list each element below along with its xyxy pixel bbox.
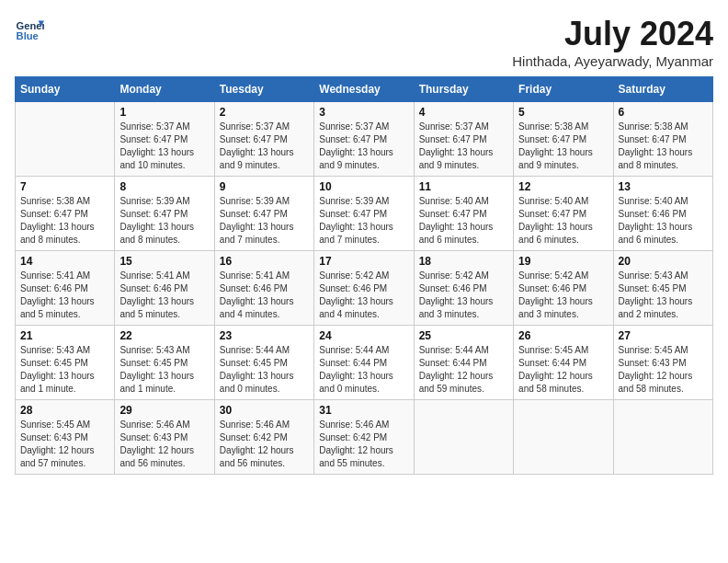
day-number: 17 — [319, 255, 408, 268]
weekday-header-row: SundayMondayTuesdayWednesdayThursdayFrid… — [16, 77, 713, 102]
day-number: 29 — [119, 404, 209, 417]
calendar-week-4: 21Sunrise: 5:43 AM Sunset: 6:45 PM Dayli… — [16, 326, 713, 400]
day-number: 31 — [319, 404, 408, 417]
day-info: Sunrise: 5:38 AM Sunset: 6:47 PM Dayligh… — [20, 195, 109, 247]
calendar-cell: 31Sunrise: 5:46 AM Sunset: 6:42 PM Dayli… — [314, 400, 414, 475]
day-number: 26 — [518, 329, 608, 342]
day-info: Sunrise: 5:39 AM Sunset: 6:47 PM Dayligh… — [119, 195, 209, 247]
day-number: 21 — [20, 329, 109, 342]
calendar-cell: 4Sunrise: 5:37 AM Sunset: 6:47 PM Daylig… — [414, 102, 513, 177]
day-info: Sunrise: 5:43 AM Sunset: 6:45 PM Dayligh… — [119, 344, 209, 396]
logo-icon: General Blue — [15, 15, 44, 44]
calendar-cell: 23Sunrise: 5:44 AM Sunset: 6:45 PM Dayli… — [214, 326, 313, 400]
svg-text:Blue: Blue — [17, 30, 39, 41]
logo: General Blue — [15, 15, 44, 44]
calendar-cell: 16Sunrise: 5:41 AM Sunset: 6:46 PM Dayli… — [214, 251, 313, 326]
day-info: Sunrise: 5:40 AM Sunset: 6:47 PM Dayligh… — [518, 195, 608, 247]
month-title: July 2024 — [512, 15, 713, 53]
weekday-monday: Monday — [115, 77, 214, 102]
calendar-cell: 5Sunrise: 5:38 AM Sunset: 6:47 PM Daylig… — [514, 102, 613, 177]
day-info: Sunrise: 5:44 AM Sunset: 6:44 PM Dayligh… — [419, 344, 508, 396]
day-number: 8 — [119, 180, 209, 193]
day-info: Sunrise: 5:46 AM Sunset: 6:43 PM Dayligh… — [119, 419, 209, 470]
weekday-thursday: Thursday — [414, 77, 513, 102]
calendar-cell: 20Sunrise: 5:43 AM Sunset: 6:45 PM Dayli… — [613, 251, 712, 326]
day-info: Sunrise: 5:43 AM Sunset: 6:45 PM Dayligh… — [20, 344, 109, 396]
day-number: 27 — [619, 329, 708, 342]
day-info: Sunrise: 5:42 AM Sunset: 6:46 PM Dayligh… — [319, 270, 408, 321]
day-info: Sunrise: 5:43 AM Sunset: 6:45 PM Dayligh… — [619, 270, 708, 321]
calendar-cell: 30Sunrise: 5:46 AM Sunset: 6:42 PM Dayli… — [214, 400, 313, 475]
calendar-cell — [414, 400, 513, 475]
calendar-cell — [613, 400, 712, 475]
day-number: 24 — [319, 329, 408, 342]
location-subtitle: Hinthada, Ayeyarwady, Myanmar — [512, 53, 713, 69]
day-number: 16 — [220, 255, 309, 268]
day-number: 10 — [319, 180, 408, 193]
day-info: Sunrise: 5:38 AM Sunset: 6:47 PM Dayligh… — [619, 121, 708, 172]
day-info: Sunrise: 5:41 AM Sunset: 6:46 PM Dayligh… — [220, 270, 309, 321]
calendar-cell: 12Sunrise: 5:40 AM Sunset: 6:47 PM Dayli… — [514, 177, 613, 251]
weekday-tuesday: Tuesday — [214, 77, 313, 102]
calendar-cell — [16, 102, 115, 177]
calendar-week-5: 28Sunrise: 5:45 AM Sunset: 6:43 PM Dayli… — [16, 400, 713, 475]
day-number: 7 — [20, 180, 109, 193]
day-info: Sunrise: 5:42 AM Sunset: 6:46 PM Dayligh… — [518, 270, 608, 321]
day-number: 2 — [220, 106, 309, 119]
day-info: Sunrise: 5:45 AM Sunset: 6:43 PM Dayligh… — [20, 419, 109, 470]
day-info: Sunrise: 5:45 AM Sunset: 6:44 PM Dayligh… — [518, 344, 608, 396]
day-number: 4 — [419, 106, 508, 119]
calendar-cell: 8Sunrise: 5:39 AM Sunset: 6:47 PM Daylig… — [115, 177, 214, 251]
calendar-cell: 22Sunrise: 5:43 AM Sunset: 6:45 PM Dayli… — [115, 326, 214, 400]
calendar-table: SundayMondayTuesdayWednesdayThursdayFrid… — [15, 76, 713, 475]
calendar-cell: 9Sunrise: 5:39 AM Sunset: 6:47 PM Daylig… — [214, 177, 313, 251]
day-number: 13 — [619, 180, 708, 193]
day-number: 15 — [119, 255, 209, 268]
calendar-cell: 29Sunrise: 5:46 AM Sunset: 6:43 PM Dayli… — [115, 400, 214, 475]
calendar-cell: 15Sunrise: 5:41 AM Sunset: 6:46 PM Dayli… — [115, 251, 214, 326]
calendar-cell: 21Sunrise: 5:43 AM Sunset: 6:45 PM Dayli… — [16, 326, 115, 400]
calendar-cell: 18Sunrise: 5:42 AM Sunset: 6:46 PM Dayli… — [414, 251, 513, 326]
day-number: 23 — [220, 329, 309, 342]
day-number: 9 — [220, 180, 309, 193]
day-info: Sunrise: 5:40 AM Sunset: 6:46 PM Dayligh… — [619, 195, 708, 247]
calendar-cell — [514, 400, 613, 475]
calendar-cell: 11Sunrise: 5:40 AM Sunset: 6:47 PM Dayli… — [414, 177, 513, 251]
calendar-cell: 17Sunrise: 5:42 AM Sunset: 6:46 PM Dayli… — [314, 251, 414, 326]
calendar-cell: 26Sunrise: 5:45 AM Sunset: 6:44 PM Dayli… — [514, 326, 613, 400]
title-block: July 2024 Hinthada, Ayeyarwady, Myanmar — [512, 15, 713, 69]
weekday-wednesday: Wednesday — [314, 77, 414, 102]
weekday-sunday: Sunday — [16, 77, 115, 102]
day-info: Sunrise: 5:41 AM Sunset: 6:46 PM Dayligh… — [20, 270, 109, 321]
day-info: Sunrise: 5:42 AM Sunset: 6:46 PM Dayligh… — [419, 270, 508, 321]
day-info: Sunrise: 5:41 AM Sunset: 6:46 PM Dayligh… — [119, 270, 209, 321]
calendar-cell: 7Sunrise: 5:38 AM Sunset: 6:47 PM Daylig… — [16, 177, 115, 251]
day-info: Sunrise: 5:37 AM Sunset: 6:47 PM Dayligh… — [119, 121, 209, 172]
day-info: Sunrise: 5:44 AM Sunset: 6:45 PM Dayligh… — [220, 344, 309, 396]
calendar-body: 1Sunrise: 5:37 AM Sunset: 6:47 PM Daylig… — [16, 102, 713, 475]
day-info: Sunrise: 5:40 AM Sunset: 6:47 PM Dayligh… — [419, 195, 508, 247]
day-number: 30 — [220, 404, 309, 417]
calendar-week-1: 1Sunrise: 5:37 AM Sunset: 6:47 PM Daylig… — [16, 102, 713, 177]
calendar-cell: 3Sunrise: 5:37 AM Sunset: 6:47 PM Daylig… — [314, 102, 414, 177]
day-info: Sunrise: 5:39 AM Sunset: 6:47 PM Dayligh… — [319, 195, 408, 247]
day-number: 25 — [419, 329, 508, 342]
calendar-cell: 13Sunrise: 5:40 AM Sunset: 6:46 PM Dayli… — [613, 177, 712, 251]
calendar-cell: 2Sunrise: 5:37 AM Sunset: 6:47 PM Daylig… — [214, 102, 313, 177]
calendar-cell: 6Sunrise: 5:38 AM Sunset: 6:47 PM Daylig… — [613, 102, 712, 177]
page-header: General Blue July 2024 Hinthada, Ayeyarw… — [15, 15, 713, 69]
day-info: Sunrise: 5:46 AM Sunset: 6:42 PM Dayligh… — [220, 419, 309, 470]
day-info: Sunrise: 5:45 AM Sunset: 6:43 PM Dayligh… — [619, 344, 708, 396]
day-info: Sunrise: 5:37 AM Sunset: 6:47 PM Dayligh… — [319, 121, 408, 172]
calendar-cell: 25Sunrise: 5:44 AM Sunset: 6:44 PM Dayli… — [414, 326, 513, 400]
day-number: 18 — [419, 255, 508, 268]
calendar-cell: 10Sunrise: 5:39 AM Sunset: 6:47 PM Dayli… — [314, 177, 414, 251]
day-number: 20 — [619, 255, 708, 268]
weekday-saturday: Saturday — [613, 77, 712, 102]
day-number: 1 — [119, 106, 209, 119]
day-number: 6 — [619, 106, 708, 119]
day-number: 22 — [119, 329, 209, 342]
day-number: 19 — [518, 255, 608, 268]
calendar-week-3: 14Sunrise: 5:41 AM Sunset: 6:46 PM Dayli… — [16, 251, 713, 326]
calendar-cell: 19Sunrise: 5:42 AM Sunset: 6:46 PM Dayli… — [514, 251, 613, 326]
